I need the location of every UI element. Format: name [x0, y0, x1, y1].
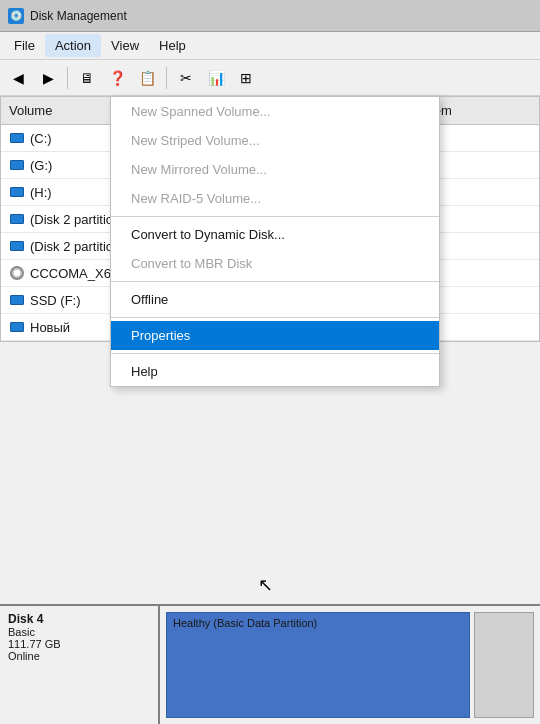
partition-block-unalloc	[474, 612, 534, 718]
toolbar: ◀ ▶ 🖥 ❓ 📋 ✂ 📊 ⊞	[0, 60, 540, 96]
context-menu-item-properties[interactable]: Properties	[111, 321, 439, 350]
context-menu-item-new-mirrored[interactable]: New Mirrored Volume...	[111, 155, 439, 184]
context-menu-item-new-spanned[interactable]: New Spanned Volume...	[111, 97, 439, 126]
disk-status: Online	[8, 650, 150, 662]
menu-view[interactable]: View	[101, 34, 149, 57]
context-menu: New Spanned Volume... New Striped Volume…	[110, 96, 440, 387]
context-menu-separator-1	[111, 216, 439, 217]
menu-help[interactable]: Help	[149, 34, 196, 57]
disk-info: Disk 4 Basic 111.77 GB Online	[0, 606, 160, 724]
context-menu-item-convert-dynamic[interactable]: Convert to Dynamic Disk...	[111, 220, 439, 249]
context-menu-item-new-striped[interactable]: New Striped Volume...	[111, 126, 439, 155]
forward-button[interactable]: ▶	[34, 64, 62, 92]
context-menu-separator-4	[111, 353, 439, 354]
disk-size: 111.77 GB	[8, 638, 150, 650]
properties-button[interactable]: 📋	[133, 64, 161, 92]
menu-bar: File Action View Help	[0, 32, 540, 60]
partition-bar: Healthy (Basic Data Partition)	[160, 606, 540, 724]
app-title: Disk Management	[30, 9, 127, 23]
toolbar-separator-2	[166, 67, 167, 89]
shrink-button[interactable]: ✂	[172, 64, 200, 92]
context-menu-separator-3	[111, 317, 439, 318]
partition-healthy-label: Healthy (Basic Data Partition)	[173, 617, 463, 629]
disk-icon	[9, 157, 25, 173]
dvd-icon	[9, 265, 25, 281]
context-menu-item-new-raid5[interactable]: New RAID-5 Volume...	[111, 184, 439, 213]
extra-button[interactable]: ⊞	[232, 64, 260, 92]
context-menu-item-convert-mbr[interactable]: Convert to MBR Disk	[111, 249, 439, 278]
partition-area: Healthy (Basic Data Partition)	[160, 606, 540, 724]
disk-icon	[9, 184, 25, 200]
context-menu-item-help[interactable]: Help	[111, 357, 439, 386]
disk-icon	[9, 319, 25, 335]
title-bar: 💿 Disk Management	[0, 0, 540, 32]
disk-icon	[9, 238, 25, 254]
menu-file[interactable]: File	[4, 34, 45, 57]
help-button[interactable]: ❓	[103, 64, 131, 92]
disk-icon	[9, 130, 25, 146]
context-menu-separator-2	[111, 281, 439, 282]
disk-name: Disk 4	[8, 612, 150, 626]
disk-mgmt-button[interactable]: 🖥	[73, 64, 101, 92]
app-icon: 💿	[8, 8, 24, 24]
partition-block-main[interactable]: Healthy (Basic Data Partition)	[166, 612, 470, 718]
bottom-panel: Disk 4 Basic 111.77 GB Online Healthy (B…	[0, 604, 540, 724]
extend-button[interactable]: 📊	[202, 64, 230, 92]
context-menu-item-offline[interactable]: Offline	[111, 285, 439, 314]
toolbar-separator-1	[67, 67, 68, 89]
disk-type: Basic	[8, 626, 150, 638]
disk-icon	[9, 292, 25, 308]
back-button[interactable]: ◀	[4, 64, 32, 92]
disk-icon	[9, 211, 25, 227]
menu-action[interactable]: Action	[45, 34, 101, 57]
